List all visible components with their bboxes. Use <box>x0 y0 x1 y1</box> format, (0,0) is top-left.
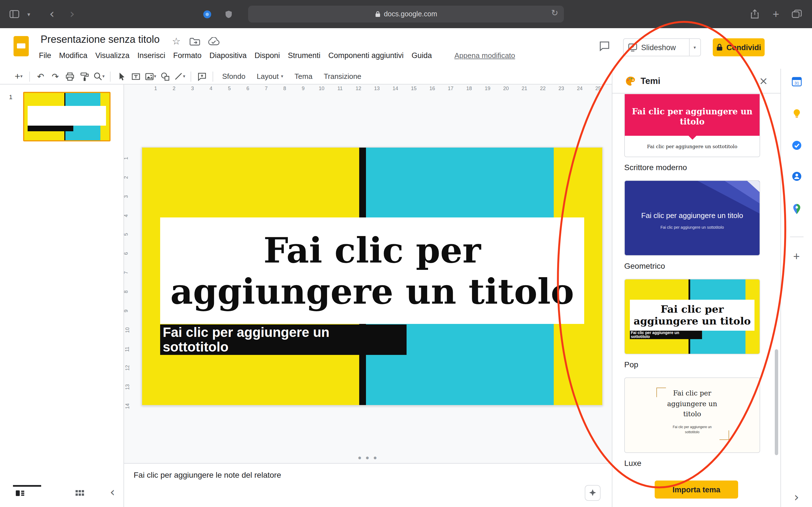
theme-card-luxe[interactable]: Fai clic per aggiungere un titolo Fai cl… <box>624 378 760 453</box>
layout-button[interactable]: Layout▾ <box>251 72 289 80</box>
slide-design-pop: Fai clic per aggiungere un titolo Fai cl… <box>142 148 602 405</box>
present-icon <box>628 43 637 52</box>
shield-extension-icon[interactable] <box>222 0 235 28</box>
new-tab-icon[interactable]: + <box>769 0 783 28</box>
insert-line-icon[interactable]: ▾ <box>172 69 187 83</box>
print-icon[interactable] <box>63 69 77 83</box>
ruler-number: 2 <box>124 176 129 179</box>
forward-icon[interactable]: › <box>65 0 79 28</box>
menu-help[interactable]: Guida <box>408 48 436 62</box>
theme-button[interactable]: Tema <box>289 72 318 80</box>
toolbar-divider <box>29 71 30 81</box>
calendar-icon[interactable]: 31 <box>792 76 802 87</box>
slideshow-dropdown-icon[interactable]: ▾ <box>694 45 696 50</box>
menu-edit[interactable]: Modifica <box>55 48 92 62</box>
back-icon[interactable]: ‹ <box>45 0 59 28</box>
reload-icon[interactable]: ↻ <box>551 8 558 18</box>
menu-addons[interactable]: Componenti aggiuntivi <box>324 48 407 62</box>
url-text: docs.google.com <box>384 10 437 18</box>
slide-number: 1 <box>9 94 12 100</box>
theme-title-line: Fai clic per aggiungere un <box>632 107 753 117</box>
menu-view[interactable]: Visualizza <box>91 48 133 62</box>
ruler-number: 12 <box>124 365 130 371</box>
insert-shape-icon[interactable] <box>158 69 172 83</box>
document-title[interactable]: Presentazione senza titolo <box>41 34 160 46</box>
extension-icon[interactable] <box>201 0 213 28</box>
thumbnail-design <box>24 93 109 140</box>
app-header: Presentazione senza titolo ☆ File Modifi… <box>0 28 812 69</box>
ruler-number: 8 <box>124 290 129 293</box>
slides-logo[interactable] <box>13 36 29 56</box>
notes-resize-handle[interactable]: ● ● ● <box>124 454 612 461</box>
menu-file[interactable]: File <box>35 48 55 62</box>
ruler-horizontal: 1234567891011121314151617181920212223242… <box>124 84 612 94</box>
insert-comment-icon[interactable] <box>195 69 209 83</box>
share-button[interactable]: Condividi <box>713 38 765 56</box>
theme-name: Luxe <box>624 459 780 467</box>
triangle-decoration <box>747 181 760 192</box>
transition-button[interactable]: Transizione <box>318 72 367 80</box>
maps-icon[interactable] <box>792 203 801 215</box>
title-line: aggiungere un titolo <box>170 271 574 312</box>
keep-icon[interactable] <box>792 108 802 118</box>
themes-list[interactable]: Fai clic per aggiungere un titolo Fai cl… <box>612 94 780 472</box>
sidebar-chevron-icon[interactable]: ▾ <box>24 0 34 28</box>
sidebar-toggle-icon[interactable] <box>6 0 22 28</box>
sparkle-button[interactable] <box>585 485 601 501</box>
theme-card-pop[interactable]: Fai clic per aggiungere un titolo Fai cl… <box>624 279 760 354</box>
filmstrip-view-icon[interactable] <box>15 489 25 497</box>
tab-overview-icon[interactable] <box>790 0 804 28</box>
share-icon[interactable] <box>748 0 761 28</box>
ruler-vertical: 1234567891011121314 <box>124 94 132 463</box>
expand-panel-icon[interactable]: › <box>794 491 799 504</box>
text-box-icon[interactable] <box>129 69 143 83</box>
cloud-status-icon[interactable] <box>207 37 220 46</box>
new-slide-button[interactable]: +▾ <box>11 69 26 83</box>
import-theme-button[interactable]: Importa tema <box>655 481 738 499</box>
star-icon[interactable]: ☆ <box>172 36 181 47</box>
zoom-icon[interactable]: ▾ <box>92 69 107 83</box>
comment-history-icon[interactable] <box>599 41 610 52</box>
redo-icon[interactable]: ↷ <box>48 69 63 83</box>
tasks-icon[interactable] <box>792 140 802 151</box>
panel-scrollbar[interactable] <box>775 349 778 455</box>
ruler-number: 4 <box>209 86 212 91</box>
menu-format[interactable]: Formato <box>169 48 206 62</box>
menu-slide[interactable]: Diapositiva <box>206 48 251 62</box>
collapse-filmstrip-icon[interactable]: ‹ <box>110 486 115 499</box>
theme-card-scrittore-moderno[interactable]: Fai clic per aggiungere un titolo Fai cl… <box>624 94 760 157</box>
slideshow-button[interactable]: Slideshow ▾ <box>623 38 701 56</box>
title-placeholder[interactable]: Fai clic per aggiungere un titolo <box>160 218 585 324</box>
menu-tools[interactable]: Strumenti <box>284 48 324 62</box>
theme-title-line: titolo <box>680 117 705 127</box>
theme-subtitle-line: Fai clic per aggiungere un <box>631 331 702 335</box>
slide-thumbnail[interactable] <box>23 92 110 142</box>
insert-image-icon[interactable]: ▾ <box>143 69 158 83</box>
theme-card-geometrico[interactable]: Fai clic per aggiungere un titolo Fai cl… <box>624 180 760 256</box>
paint-format-icon[interactable] <box>77 69 92 83</box>
ruler-number: 1 <box>154 86 157 91</box>
close-icon[interactable]: × <box>759 74 768 87</box>
subtitle-placeholder[interactable]: Fai clic per aggiungere un sottotitolo <box>160 324 407 355</box>
theme-title: Fai clic per aggiungere un titolo <box>667 388 717 420</box>
ruler-number: 10 <box>319 86 324 91</box>
current-slide[interactable]: Fai clic per aggiungere un titolo Fai cl… <box>142 147 603 406</box>
select-cursor-icon[interactable] <box>114 69 129 83</box>
undo-icon[interactable]: ↶ <box>33 69 48 83</box>
background-button[interactable]: Sfondo <box>216 72 251 80</box>
application-window: ▾ ‹ › docs.google.com ↻ + Presentazione … <box>0 0 812 507</box>
toolbar-divider <box>110 71 110 81</box>
ruler-number: 24 <box>577 86 582 91</box>
speaker-notes-input[interactable]: Fai clic per aggiungere le note del rela… <box>134 470 281 480</box>
add-addon-icon[interactable]: + <box>793 250 800 263</box>
last-edit-link[interactable]: Appena modificato <box>451 48 519 62</box>
move-folder-icon[interactable] <box>190 37 201 46</box>
menu-insert[interactable]: Inserisci <box>133 48 169 62</box>
grid-view-icon[interactable] <box>75 489 84 497</box>
contacts-icon[interactable] <box>792 171 802 181</box>
svg-text:31: 31 <box>794 80 799 86</box>
ruler-number: 19 <box>485 86 490 91</box>
ruler-number: 4 <box>124 214 129 217</box>
menu-arrange[interactable]: Disponi <box>251 48 284 62</box>
address-bar[interactable]: docs.google.com ↻ <box>248 6 564 22</box>
